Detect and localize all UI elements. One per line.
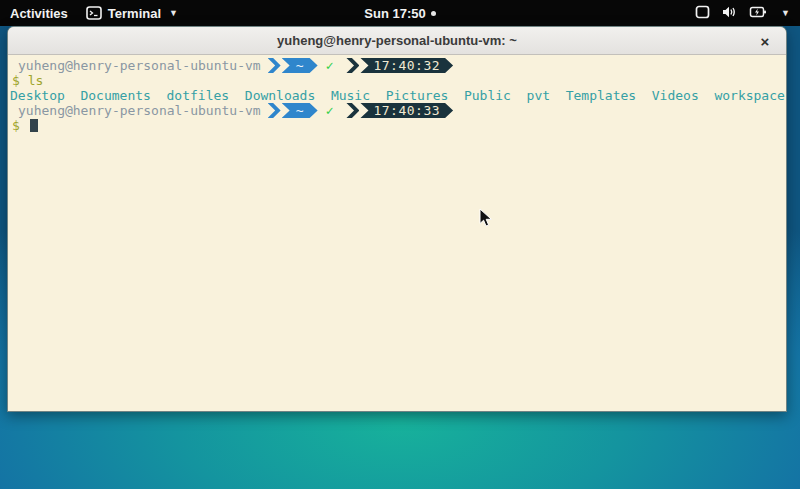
mouse-cursor [479,208,493,228]
screen-icon [695,5,710,22]
terminal-icon [86,6,102,20]
command-line: $ ls [10,73,786,88]
volume-icon [722,5,737,22]
titlebar[interactable]: yuheng@henry-personal-ubuntu-vm: ~ × [8,27,786,55]
app-menu-terminal[interactable]: Terminal ▼ [86,6,178,21]
prompt-path-segment: ~ [282,58,318,73]
status-check-icon: ✓ [326,103,334,118]
prompt-char: $ [10,73,20,88]
prompt-time-segment: 17:40:33 [360,103,453,118]
status-check-icon: ✓ [326,58,334,73]
prompt-user: yuheng@henry-personal-ubuntu-vm [10,103,261,118]
window-title: yuheng@henry-personal-ubuntu-vm: ~ [277,33,517,48]
powerline-chevron-icon [346,103,359,118]
terminal-window: yuheng@henry-personal-ubuntu-vm: ~ × yuh… [7,26,787,412]
prompt-line-1: yuheng@henry-personal-ubuntu-vm ~ ✓ 17:4… [10,58,786,73]
desktop: Activities Terminal ▼ Sun 17:50 [0,0,800,489]
powerline-chevron-icon [268,58,281,73]
app-menu-label: Terminal [108,6,161,21]
close-button[interactable]: × [754,27,776,55]
activities-button[interactable]: Activities [10,6,68,21]
prompt-path-segment: ~ [282,103,318,118]
prompt-user: yuheng@henry-personal-ubuntu-vm [10,58,261,73]
battery-charging-icon [749,5,767,22]
prompt-time-segment: 17:40:32 [360,58,453,73]
top-bar-left: Activities Terminal ▼ [0,6,695,21]
prompt-char: $ [10,118,20,133]
chevron-down-icon: ▼ [169,8,178,18]
system-status-area[interactable]: ▼ [695,5,800,22]
input-line[interactable]: $ [10,118,786,133]
activities-label: Activities [10,6,68,21]
powerline-chevron-icon [346,58,359,73]
command-text: ls [20,73,43,88]
terminal-cursor [30,119,38,132]
terminal-content[interactable]: yuheng@henry-personal-ubuntu-vm ~ ✓ 17:4… [8,55,786,411]
powerline-chevron-icon [268,103,281,118]
top-bar: Activities Terminal ▼ Sun 17:50 [0,0,800,26]
system-chevron-down-icon: ▼ [781,8,790,18]
ls-output: Desktop Documents dotfiles Downloads Mus… [10,88,786,103]
prompt-line-2: yuheng@henry-personal-ubuntu-vm ~ ✓ 17:4… [10,103,786,118]
